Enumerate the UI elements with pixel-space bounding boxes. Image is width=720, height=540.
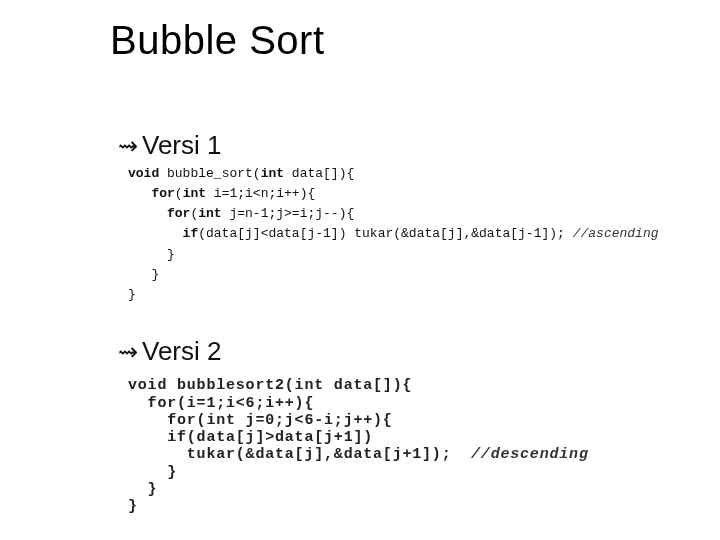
kw-int: int	[261, 166, 284, 181]
kw-int: int	[198, 206, 221, 221]
kw-int: int	[183, 186, 206, 201]
code-text: data[]){	[284, 166, 354, 181]
heading-text: Versi 1	[142, 130, 222, 160]
kw-if: if	[183, 226, 199, 241]
code-line: }	[128, 499, 138, 515]
code-text: j=n-1;j>=i;j--){	[222, 206, 355, 221]
code-line: if(data[j]>data[j+1])	[128, 430, 373, 446]
code-text: }	[167, 247, 175, 262]
code-text: i=1;i<n;i++){	[206, 186, 315, 201]
code-line: void bubblesort2(int data[]){	[128, 378, 412, 394]
section-heading-versi-2: ⇝Versi 2	[118, 336, 222, 367]
code-comment: //descending	[471, 447, 589, 463]
code-line: tukar(&data[j],&data[j+1]);	[128, 447, 471, 463]
code-comment: //ascending	[573, 226, 659, 241]
slide: Bubble Sort ⇝Versi 1 void bubble_sort(in…	[0, 0, 720, 540]
kw-for: for	[167, 206, 190, 221]
code-text: bubble_sort(	[159, 166, 260, 181]
code-line: for(int j=0;j<6-i;j++){	[128, 413, 393, 429]
code-pre: void bubblesort2(int data[]){ for(i=1;i<…	[128, 378, 598, 516]
code-line: for(i=1;i<6;i++){	[128, 395, 314, 411]
code-text: (	[175, 186, 183, 201]
page-title: Bubble Sort	[110, 18, 325, 63]
code-text: }	[128, 287, 136, 302]
section-heading-versi-1: ⇝Versi 1	[118, 130, 222, 161]
bullet-icon: ⇝	[118, 132, 138, 160]
bullet-icon: ⇝	[118, 338, 138, 366]
heading-text: Versi 2	[142, 336, 222, 366]
code-text: (data[j]<data[j-1]) tukar(&data[j],&data…	[198, 226, 572, 241]
code-block-v2: void bubblesort2(int data[]){ for(i=1;i<…	[128, 378, 598, 528]
code-line: }	[128, 482, 157, 498]
code-line: }	[128, 464, 177, 480]
kw-for: for	[151, 186, 174, 201]
code-text: }	[151, 267, 159, 282]
code-block-v1: void bubble_sort(int data[]){ for(int i=…	[128, 164, 688, 305]
kw-void: void	[128, 166, 159, 181]
